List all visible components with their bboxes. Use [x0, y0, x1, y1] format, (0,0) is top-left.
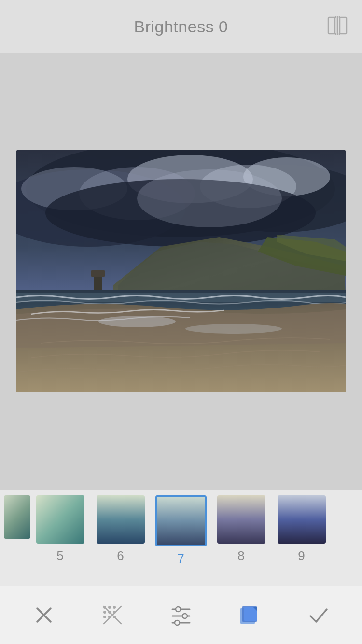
brightness-label: Brightness 0 [134, 17, 228, 36]
filter-item-5[interactable]: 5 [30, 495, 90, 563]
filter-thumbnail-8 [217, 495, 265, 544]
svg-rect-49 [244, 607, 257, 621]
svg-point-27 [185, 324, 282, 334]
svg-rect-0 [328, 17, 335, 34]
svg-point-32 [113, 606, 116, 609]
filter-thumbnail-partial [4, 495, 30, 539]
filter-item-8[interactable]: 8 [211, 495, 271, 563]
svg-rect-23 [91, 270, 105, 277]
adjust-button[interactable] [162, 596, 200, 634]
confirm-button[interactable] [299, 596, 337, 634]
filter-label-5: 5 [56, 548, 63, 563]
compare-icon[interactable] [326, 14, 348, 39]
filter-item-9[interactable]: 9 [271, 495, 332, 563]
image-area [0, 53, 362, 490]
svg-point-44 [182, 614, 187, 618]
svg-point-33 [103, 611, 106, 614]
filter-thumbnail-5 [36, 495, 84, 544]
filter-thumbnail-9 [278, 495, 326, 544]
photo-container [16, 150, 346, 392]
filter-thumbnail-6 [97, 495, 145, 544]
filter-items: 5 6 7 8 9 [0, 495, 362, 566]
styles-button[interactable] [230, 596, 269, 634]
filter-thumbnail-7 [155, 495, 207, 546]
deselect-button[interactable] [93, 596, 132, 634]
filter-label-9: 9 [298, 548, 305, 563]
filter-item-6[interactable]: 6 [90, 495, 151, 563]
svg-point-26 [98, 316, 176, 327]
svg-point-36 [103, 616, 106, 618]
filter-label-7: 7 [177, 551, 184, 566]
cancel-button[interactable] [25, 596, 63, 634]
svg-point-46 [175, 620, 180, 625]
svg-point-31 [108, 606, 111, 609]
filter-strip: 5 6 7 8 9 [0, 490, 362, 586]
bottom-toolbar [0, 586, 362, 644]
svg-point-17 [137, 169, 282, 227]
top-bar: Brightness 0 [0, 0, 362, 53]
filter-item-partial[interactable] [0, 495, 30, 544]
filter-label-8: 8 [237, 548, 244, 563]
svg-point-42 [176, 607, 181, 612]
filter-item-7[interactable]: 7 [151, 495, 211, 566]
filter-label-6: 6 [117, 548, 124, 563]
svg-rect-1 [340, 17, 347, 34]
